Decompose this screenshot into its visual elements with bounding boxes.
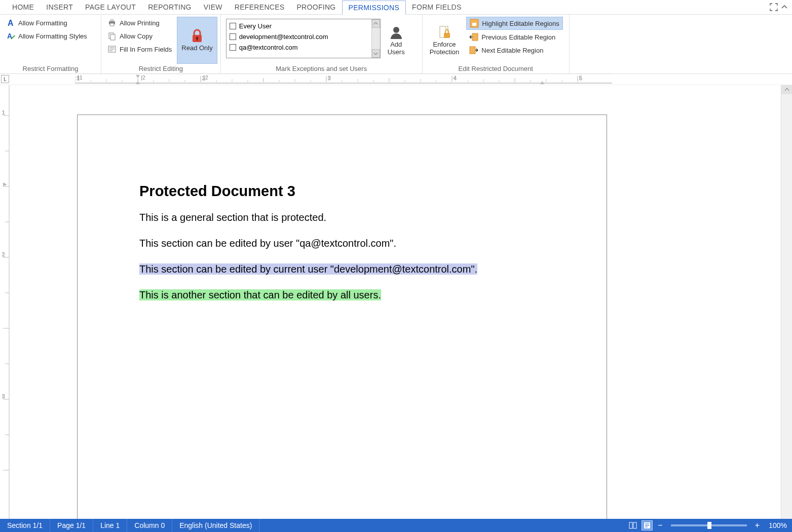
- user-list-item[interactable]: Every User: [229, 21, 378, 31]
- user-list-item[interactable]: qa@textcontrol.com: [229, 42, 378, 53]
- tab-home[interactable]: HOME: [6, 1, 40, 14]
- fill-in-form-fields-button[interactable]: Fill In Form Fields: [104, 43, 175, 55]
- status-line[interactable]: Line 1: [93, 519, 127, 532]
- read-only-button[interactable]: Read Only: [177, 17, 217, 64]
- checkbox-icon[interactable]: [230, 23, 236, 29]
- svg-text:A: A: [8, 19, 14, 27]
- allow-copy-button[interactable]: Allow Copy: [104, 30, 175, 42]
- tab-references[interactable]: REFERENCES: [229, 1, 291, 14]
- vertical-ruler[interactable]: 1 2 3: [1, 85, 12, 519]
- add-users-label: AddUsers: [388, 41, 405, 56]
- user-list-item[interactable]: development@textcontrol.com: [229, 31, 378, 42]
- status-page[interactable]: Page 1/1: [50, 519, 93, 532]
- enforce-protection-button[interactable]: EnforceProtection: [426, 17, 464, 64]
- svg-marker-82: [3, 182, 7, 186]
- checkbox-icon[interactable]: [230, 33, 236, 40]
- zoom-in-button[interactable]: +: [753, 521, 762, 530]
- next-region-label: Next Editable Region: [481, 47, 543, 54]
- allow-formatting-styles-button[interactable]: A Allow Formatting Styles: [3, 30, 90, 42]
- svg-text:3: 3: [328, 75, 331, 81]
- add-users-button[interactable]: AddUsers: [383, 17, 410, 64]
- enforce-protection-label: EnforceProtection: [430, 41, 460, 56]
- editable-region-all-users[interactable]: This is another section that can be edit…: [139, 288, 545, 302]
- group-restrict-editing: Allow Printing Allow Copy Fill In Form F…: [101, 15, 221, 73]
- svg-text:4: 4: [454, 75, 457, 81]
- checkbox-icon[interactable]: [230, 44, 236, 51]
- tab-proofing[interactable]: PROOFING: [290, 1, 342, 14]
- read-only-label: Read Only: [181, 45, 212, 52]
- view-mode-page-button[interactable]: [642, 520, 653, 530]
- form-fields-icon: [107, 45, 117, 54]
- collapse-ribbon-icon[interactable]: [781, 4, 788, 11]
- horizontal-ruler[interactable]: L |1|2|2: [0, 74, 792, 85]
- group-mark-exceptions-label: Mark Exceptions and set Users: [224, 64, 419, 72]
- document-lock-icon: [437, 25, 452, 40]
- tab-view[interactable]: VIEW: [198, 1, 229, 14]
- svg-marker-65: [136, 81, 140, 84]
- svg-text:1: 1: [2, 110, 5, 116]
- tab-insert[interactable]: INSERT: [40, 1, 79, 14]
- group-restrict-formatting-label: Restrict Formatting: [3, 64, 98, 72]
- status-section[interactable]: Section 1/1: [0, 519, 50, 532]
- svg-rect-3: [110, 19, 114, 21]
- svg-text:2: 2: [202, 75, 205, 81]
- tab-form-fields[interactable]: FORM FIELDS: [406, 1, 467, 14]
- paragraph: This is a general section that is protec…: [139, 211, 545, 224]
- editable-region-current-user[interactable]: This section can be edited by current us…: [139, 262, 545, 276]
- paragraph: This section can be edited by user "qa@t…: [139, 237, 545, 250]
- previous-region-label: Previous Editable Region: [481, 33, 555, 41]
- allow-copy-label: Allow Copy: [120, 32, 153, 40]
- tab-page-layout[interactable]: PAGE LAYOUT: [79, 1, 142, 14]
- previous-region-icon: [469, 32, 478, 42]
- next-region-button[interactable]: Next Editable Region: [466, 44, 562, 56]
- svg-rect-6: [110, 34, 115, 40]
- zoom-slider[interactable]: [671, 524, 747, 526]
- highlight-regions-label: Highlight Editable Regions: [482, 20, 559, 27]
- ribbon: A Allow Formatting A Allow Formatting St…: [0, 15, 792, 74]
- allow-printing-label: Allow Printing: [120, 19, 160, 27]
- svg-rect-83: [629, 522, 632, 528]
- copy-icon: [107, 31, 117, 41]
- fullscreen-icon[interactable]: [770, 3, 778, 11]
- ruler-corner[interactable]: L: [1, 75, 9, 83]
- document-page[interactable]: Protected Document 3 This is a general s…: [77, 115, 607, 532]
- status-language[interactable]: English (United States): [172, 519, 259, 532]
- zoom-value[interactable]: 100%: [765, 521, 787, 529]
- user-list[interactable]: Every User development@textcontrol.com q…: [226, 19, 381, 58]
- user-label: development@textcontrol.com: [239, 33, 328, 41]
- scroll-up-icon[interactable]: [372, 19, 380, 28]
- svg-rect-84: [633, 522, 636, 528]
- allow-formatting-button[interactable]: A Allow Formatting: [3, 17, 90, 29]
- tab-permissions[interactable]: PERMISSIONS: [342, 1, 406, 15]
- svg-rect-18: [472, 23, 476, 26]
- status-column[interactable]: Column 0: [127, 519, 172, 532]
- group-restrict-formatting: A Allow Formatting A Allow Formatting St…: [0, 15, 101, 73]
- zoom-thumb[interactable]: [707, 522, 711, 529]
- allow-printing-button[interactable]: Allow Printing: [104, 17, 175, 29]
- svg-text:5: 5: [579, 75, 582, 81]
- zoom-out-button[interactable]: −: [656, 521, 664, 530]
- printer-icon: [107, 18, 117, 27]
- svg-rect-4: [110, 23, 114, 26]
- svg-rect-20: [470, 47, 475, 54]
- scroll-down-icon[interactable]: [372, 49, 380, 58]
- svg-text:2: 2: [2, 252, 5, 257]
- next-region-icon: [469, 46, 478, 55]
- tab-reporting[interactable]: REPORTING: [142, 1, 198, 14]
- group-edit-restricted: EnforceProtection Highlight Editable Reg…: [423, 15, 570, 73]
- statusbar: Section 1/1 Page 1/1 Line 1 Column 0 Eng…: [0, 519, 792, 532]
- svg-rect-19: [472, 33, 478, 41]
- user-icon: [389, 25, 404, 40]
- view-mode-draft-button[interactable]: [627, 520, 638, 530]
- svg-text:|2: |2: [141, 74, 145, 81]
- svg-rect-16: [444, 33, 450, 38]
- svg-marker-64: [136, 75, 140, 78]
- svg-marker-66: [540, 81, 544, 84]
- highlight-regions-button[interactable]: Highlight Editable Regions: [466, 17, 562, 30]
- user-list-scrollbar[interactable]: [371, 19, 380, 58]
- svg-text:3: 3: [2, 394, 5, 399]
- vertical-scrollbar[interactable]: [781, 85, 792, 519]
- scroll-up-icon[interactable]: [781, 85, 792, 94]
- previous-region-button[interactable]: Previous Editable Region: [466, 31, 562, 43]
- lock-icon: [190, 28, 204, 44]
